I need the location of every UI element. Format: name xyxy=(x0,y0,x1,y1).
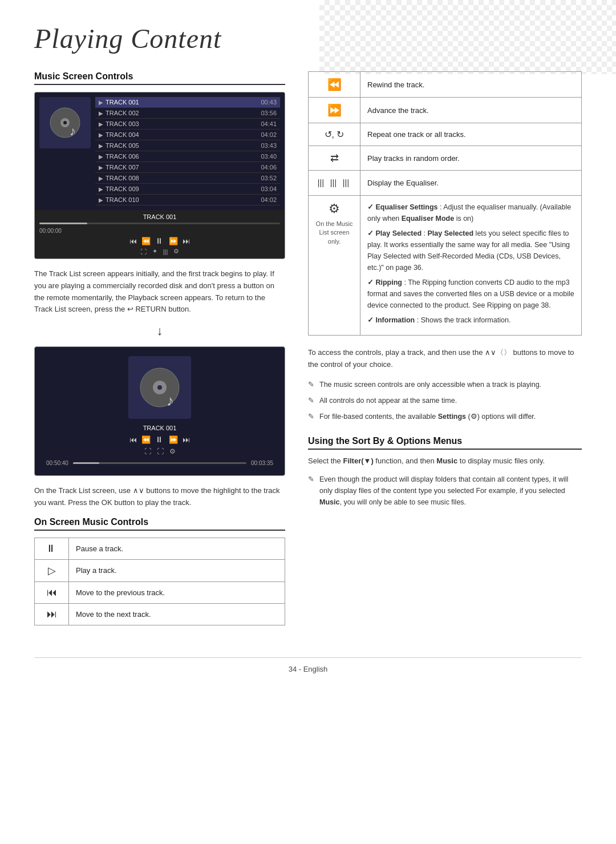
shuffle-icon-cell: ⇄ xyxy=(309,146,360,171)
track-item-9: ▶ TRACK 009 03:04 xyxy=(95,184,280,195)
pb-pause[interactable]: ⏸ xyxy=(155,435,164,444)
settings-sub-label: On the MusicList screenonly. xyxy=(315,220,353,246)
repeat-icon: ↺, ↻ xyxy=(325,130,345,139)
note-2: All controls do not appear at the same t… xyxy=(308,395,582,406)
eq-icon-cell: ⫼⫼⫼ xyxy=(309,171,360,196)
svg-text:♪: ♪ xyxy=(70,124,76,138)
check-item-eq: Equaliser Settings : Adjust the equalise… xyxy=(367,201,574,224)
pb-skip-back[interactable]: ⏮ xyxy=(129,435,137,444)
playback-album-art: ♪ xyxy=(128,356,191,419)
sort-desc: Select the Filter(▼) function, and then … xyxy=(308,455,582,467)
player-options: ⛶ ✦ ||| ⚙ xyxy=(39,248,280,255)
table-row: ⏩ Advance the track. xyxy=(309,98,582,123)
pb-repeat1[interactable]: ⛶ xyxy=(144,447,151,455)
prev-description: Move to the previous track. xyxy=(69,581,285,603)
table-row: ⫼⫼⫼ Display the Equaliser. xyxy=(309,171,582,196)
track-item-8: ▶ TRACK 008 03:52 xyxy=(95,173,280,184)
playback-options: ⛶ ⛶ ⚙ xyxy=(144,447,176,455)
rewind-btn[interactable]: ⏪ xyxy=(141,237,151,245)
playback-progress: 00:50:40 00:03:35 xyxy=(44,460,275,466)
advance-icon-cell: ⏩ xyxy=(309,98,360,123)
repeat-icon-cell: ↺, ↻ xyxy=(309,123,360,146)
table-row: ⏪ Rewind the track. xyxy=(309,72,582,98)
on-screen-controls-header: On Screen Music Controls xyxy=(34,517,285,531)
table-row: ⇄ Play tracks in random order. xyxy=(309,146,582,171)
pb-time-start: 00:50:40 xyxy=(46,460,68,466)
pb-time-end: 00:03:35 xyxy=(251,460,273,466)
sort-note-1: Even though the product will display fol… xyxy=(308,474,582,508)
pb-repeat2[interactable]: ⛶ xyxy=(157,447,164,455)
check-item-play: Play Selected : Play Selected lets you s… xyxy=(367,228,574,273)
rewind-description: Rewind the track. xyxy=(360,72,582,98)
advance-description: Advance the track. xyxy=(360,98,582,123)
repeat-opt[interactable]: ⛶ xyxy=(140,248,147,255)
page-footer: 34 - English xyxy=(34,657,582,673)
pb-ff[interactable]: ⏩ xyxy=(169,435,178,444)
rewind-icon: ⏪ xyxy=(327,78,342,91)
playback-controls: ⏮ ⏪ ⏸ ⏩ ⏭ xyxy=(129,435,190,444)
pb-rewind[interactable]: ⏪ xyxy=(141,435,151,444)
music-screen-desc2: On the Track List screen, use ∧∨ buttons… xyxy=(34,485,285,509)
check-item-info: Information : Shows the track informatio… xyxy=(367,314,574,326)
pause-description: Pause a track. xyxy=(69,538,285,559)
rewind-icon-cell: ⏪ xyxy=(309,72,360,98)
track-item-7: ▶ TRACK 007 04:06 xyxy=(95,162,280,173)
track-item-4: ▶ TRACK 004 04:02 xyxy=(95,130,280,140)
track-item-10: ▶ TRACK 010 04:02 xyxy=(95,195,280,205)
track-list: ▶ TRACK 001 00:43 ▶ TRACK 002 03:56 xyxy=(95,97,280,205)
shuffle-icon: ⇄ xyxy=(330,152,339,164)
right-controls-table: ⏪ Rewind the track. ⏩ Advance the track.… xyxy=(308,71,582,336)
prev-icon-cell: ⏮ xyxy=(35,581,69,603)
track-item-6: ▶ TRACK 006 03:40 xyxy=(95,151,280,162)
settings-checklist: Equaliser Settings : Adjust the equalise… xyxy=(367,201,574,326)
music-screen-controls-header: Music Screen Controls xyxy=(34,71,285,85)
pause-icon: ⏸ xyxy=(46,543,58,554)
settings-description: Equaliser Settings : Adjust the equalise… xyxy=(360,196,582,336)
shuffle-description: Play tracks in random order. xyxy=(360,146,582,171)
eq-description: Display the Equaliser. xyxy=(360,171,582,196)
skip-fwd-btn[interactable]: ⏭ xyxy=(183,237,190,245)
track-item-1: ▶ TRACK 001 00:43 xyxy=(95,97,280,108)
svg-point-2 xyxy=(63,121,67,124)
track-item-3: ▶ TRACK 003 04:41 xyxy=(95,119,280,130)
playback-track-label: TRACK 001 xyxy=(143,425,177,431)
page-title: Playing Content xyxy=(34,23,582,54)
advance-icon: ⏩ xyxy=(327,104,342,116)
repeat-description: Repeat one track or all tracks. xyxy=(360,123,582,146)
next-icon: ⏭ xyxy=(47,608,57,620)
pb-settings[interactable]: ⚙ xyxy=(169,447,176,455)
play-description: Play a track. xyxy=(69,559,285,581)
player-track-label: TRACK 001 xyxy=(39,213,280,220)
table-row: ⚙ On the MusicList screenonly. Equaliser… xyxy=(309,196,582,336)
play-icon-cell: ▷ xyxy=(35,559,69,581)
skip-back-btn[interactable]: ⏮ xyxy=(129,237,137,245)
eq-opt[interactable]: ||| xyxy=(163,248,168,255)
table-row: ⏸ Pause a track. xyxy=(35,538,285,559)
settings-icon: ⚙ xyxy=(329,201,340,216)
settings-opt[interactable]: ⚙ xyxy=(173,248,179,255)
check-item-rip: Ripping : The Ripping function converts … xyxy=(367,277,574,311)
play-icon: ▷ xyxy=(48,565,56,576)
equalizer-icon: ⫼⫼⫼ xyxy=(315,176,353,189)
table-row: ⏮ Move to the previous track. xyxy=(35,581,285,603)
fast-forward-btn[interactable]: ⏩ xyxy=(169,237,178,245)
pause-btn[interactable]: ⏸ xyxy=(155,236,164,245)
prev-icon: ⏮ xyxy=(47,587,57,598)
next-icon-cell: ⏭ xyxy=(35,603,69,625)
svg-text:♪: ♪ xyxy=(167,392,174,409)
table-row: ↺, ↻ Repeat one track or all tracks. xyxy=(309,123,582,146)
pb-skip-fwd[interactable]: ⏭ xyxy=(183,435,190,444)
shuffle-opt[interactable]: ✦ xyxy=(152,248,157,255)
table-row: ⏭ Move to the next track. xyxy=(35,603,285,625)
access-intro: To access the controls, play a track, an… xyxy=(308,347,582,371)
svg-point-6 xyxy=(157,385,162,390)
note-1: The music screen controls are only acces… xyxy=(308,379,582,390)
arrow-down-icon: ↓ xyxy=(34,324,285,338)
player-controls: ⏮ ⏪ ⏸ ⏩ ⏭ xyxy=(39,236,280,245)
note-3: For file-based contents, the available S… xyxy=(308,411,582,422)
pause-icon-cell: ⏸ xyxy=(35,538,69,559)
progress-bar xyxy=(39,223,280,224)
next-description: Move to the next track. xyxy=(69,603,285,625)
progress-time: 00:00:00 xyxy=(39,228,280,234)
track-item-5: ▶ TRACK 005 03:43 xyxy=(95,140,280,151)
